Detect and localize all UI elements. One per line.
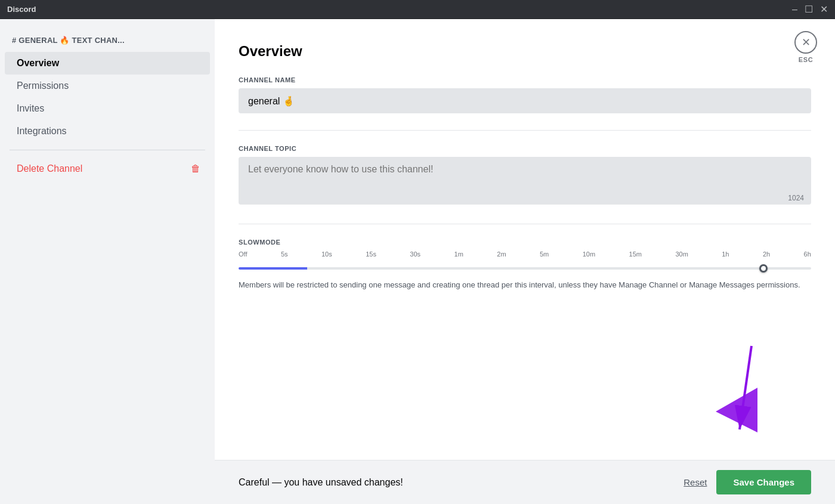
maximize-button[interactable]: ☐ bbox=[805, 5, 813, 14]
slowmode-label: SLOWMODE bbox=[239, 239, 811, 246]
close-esc-label: ESC bbox=[799, 56, 813, 63]
sidebar: # GENERAL 🔥 TEXT CHAN... Overview Permis… bbox=[0, 19, 215, 504]
channel-topic-input[interactable] bbox=[239, 157, 811, 205]
slowmode-mark-5s: 5s bbox=[281, 251, 288, 258]
slowmode-mark-15s: 15s bbox=[366, 251, 376, 258]
channel-label: # GENERAL 🔥 TEXT CHAN... bbox=[0, 31, 215, 52]
slider-container bbox=[239, 261, 811, 272]
section-divider-1 bbox=[239, 130, 811, 131]
sidebar-item-invites[interactable]: Invites bbox=[5, 97, 210, 120]
slowmode-slider[interactable] bbox=[239, 267, 811, 270]
sidebar-item-invites-label: Invites bbox=[17, 103, 44, 114]
page-title: Overview bbox=[239, 43, 811, 60]
slowmode-mark-30s: 30s bbox=[410, 251, 420, 258]
channel-name-input[interactable] bbox=[239, 88, 811, 113]
slowmode-mark-5m: 5m bbox=[540, 251, 549, 258]
app-container: # GENERAL 🔥 TEXT CHAN... Overview Permis… bbox=[0, 19, 835, 504]
delete-channel-label: Delete Channel bbox=[17, 163, 82, 174]
sidebar-item-permissions-label: Permissions bbox=[17, 81, 69, 91]
unsaved-warning-text: Careful — you have unsaved changes! bbox=[239, 477, 403, 488]
sidebar-item-overview-label: Overview bbox=[17, 58, 59, 69]
textarea-wrapper: 1024 bbox=[239, 157, 811, 207]
sidebar-item-integrations[interactable]: Integrations bbox=[5, 120, 210, 143]
close-button[interactable]: ✕ bbox=[820, 5, 828, 14]
reset-button[interactable]: Reset bbox=[684, 477, 707, 487]
channel-topic-label: CHANNEL TOPIC bbox=[239, 145, 811, 152]
section-divider-2 bbox=[239, 224, 811, 224]
close-circle: ✕ bbox=[794, 31, 817, 54]
channel-topic-section: CHANNEL TOPIC 1024 bbox=[239, 145, 811, 207]
sidebar-item-permissions[interactable]: Permissions bbox=[5, 75, 210, 97]
slowmode-mark-15m: 15m bbox=[629, 251, 642, 258]
sidebar-item-delete-channel[interactable]: Delete Channel 🗑 bbox=[5, 157, 210, 180]
slowmode-mark-6h: 6h bbox=[804, 251, 811, 258]
slowmode-section: SLOWMODE Off 5s 10s 15s 30s 1m 2m 5m 10m… bbox=[239, 239, 811, 291]
sidebar-item-integrations-label: Integrations bbox=[17, 126, 67, 137]
close-x-icon: ✕ bbox=[802, 36, 811, 49]
slowmode-description: Members will be restricted to sending on… bbox=[239, 279, 811, 291]
slowmode-mark-30m: 30m bbox=[675, 251, 688, 258]
channel-name-section: CHANNEL NAME bbox=[239, 76, 811, 113]
slowmode-mark-10s: 10s bbox=[321, 251, 332, 258]
slowmode-mark-1h: 1h bbox=[722, 251, 729, 258]
title-bar: Discord – ☐ ✕ bbox=[0, 0, 835, 19]
channel-name-label: CHANNEL NAME bbox=[239, 76, 811, 84]
slowmode-mark-10m: 10m bbox=[583, 251, 595, 258]
slowmode-marks: Off 5s 10s 15s 30s 1m 2m 5m 10m 15m 30m … bbox=[239, 251, 811, 258]
slowmode-mark-off: Off bbox=[239, 251, 247, 258]
window-controls: – ☐ ✕ bbox=[792, 5, 828, 14]
char-count: 1024 bbox=[788, 194, 804, 202]
slowmode-mark-2h: 2h bbox=[763, 251, 770, 258]
sidebar-item-overview[interactable]: Overview bbox=[5, 52, 210, 75]
minimize-button[interactable]: – bbox=[792, 5, 797, 14]
close-button-wrapper[interactable]: ✕ ESC bbox=[794, 31, 817, 63]
save-changes-button[interactable]: Save Changes bbox=[716, 470, 811, 494]
app-title: Discord bbox=[7, 5, 36, 14]
bottom-actions: Reset Save Changes bbox=[684, 470, 811, 494]
sidebar-divider bbox=[10, 150, 205, 150]
main-content: ✕ ESC Overview CHANNEL NAME CHANNEL TOPI… bbox=[215, 19, 835, 504]
slowmode-mark-2m: 2m bbox=[497, 251, 506, 258]
bottom-bar: Careful — you have unsaved changes! Rese… bbox=[215, 460, 835, 504]
slowmode-mark-1m: 1m bbox=[454, 251, 463, 258]
trash-icon: 🗑 bbox=[191, 163, 200, 174]
